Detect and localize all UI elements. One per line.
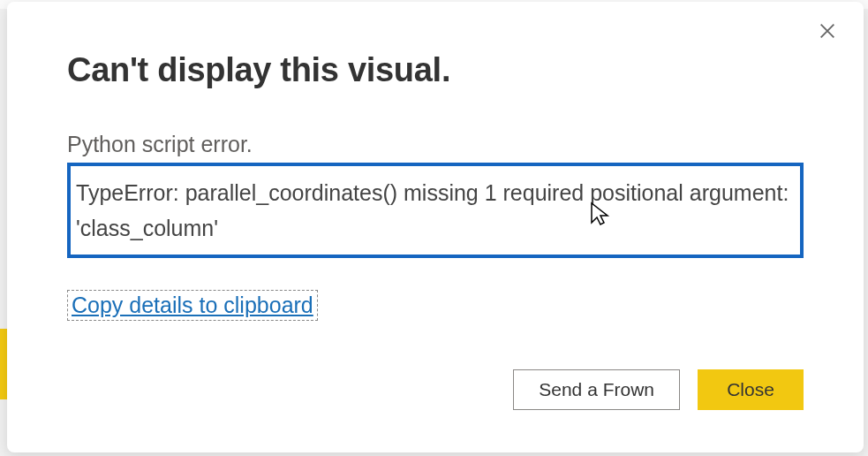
error-highlight-box: TypeError: parallel_coordinates() missin… xyxy=(67,163,804,258)
close-icon xyxy=(818,21,837,41)
close-button[interactable] xyxy=(814,18,841,44)
dialog-title: Can't display this visual. xyxy=(67,51,804,89)
error-message: TypeError: parallel_coordinates() missin… xyxy=(76,175,795,246)
close-dialog-button[interactable]: Close xyxy=(698,369,804,410)
dialog-button-row: Send a Frown Close xyxy=(513,369,804,410)
error-label: Python script error. xyxy=(67,132,804,157)
copy-details-link[interactable]: Copy details to clipboard xyxy=(67,290,318,321)
cursor-icon xyxy=(590,201,611,228)
error-dialog: Can't display this visual. Python script… xyxy=(7,2,864,452)
send-frown-button[interactable]: Send a Frown xyxy=(513,369,680,410)
